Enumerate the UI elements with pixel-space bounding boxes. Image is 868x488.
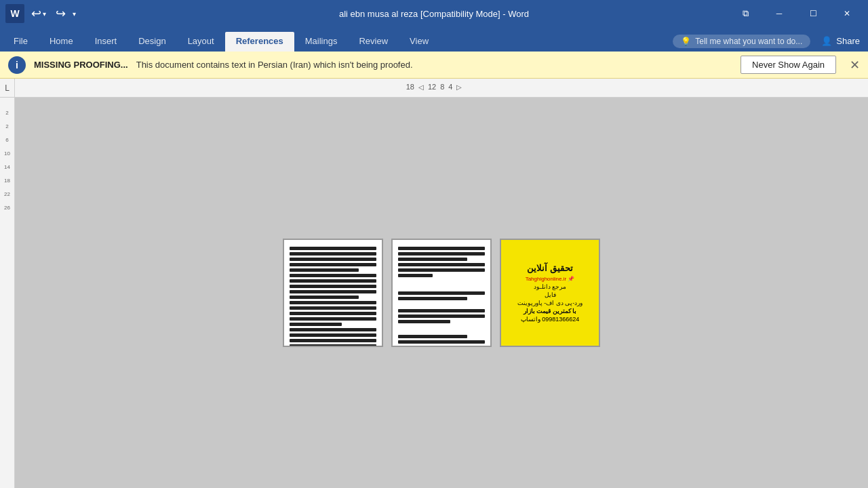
ad-line3: ورد-پی دی اف- پاورپوینت: [517, 300, 583, 306]
document-area: تحقیق آنلاین Tahghighonline.ir 📌 مرجع دا…: [15, 98, 868, 488]
ruler-mark-22: 22: [4, 187, 10, 201]
page-3[interactable]: تحقیق آنلاین Tahghighonline.ir 📌 مرجع دا…: [500, 239, 600, 347]
window-controls: ⧉ ─ ☐ ✕: [730, 4, 863, 23]
pages-row: تحقیق آنلاین Tahghighonline.ir 📌 مرجع دا…: [283, 239, 600, 347]
tab-home[interactable]: Home: [39, 32, 84, 52]
ruler-mark-26: 26: [4, 201, 10, 214]
ad-title: تحقیق آنلاین: [527, 263, 573, 273]
never-show-button[interactable]: Never Show Again: [741, 56, 836, 74]
ruler-mark-14: 14: [4, 160, 10, 174]
tab-layout[interactable]: Layout: [177, 32, 225, 52]
info-icon: i: [8, 56, 26, 74]
page-2-content: [393, 240, 490, 347]
title-bar: W ↩ ▾ ↪ ▾ ali ebn musa al reza [Compatib…: [0, 0, 868, 27]
ad-line1: مرجع دانلـود: [534, 283, 567, 290]
ribbon-tabs: File Home Insert Design Layout Reference…: [0, 27, 868, 52]
ruler-numbers: 18 ◁ 12 8 4 ▷: [406, 83, 462, 91]
tab-references[interactable]: References: [225, 32, 294, 52]
ruler-arrow-left: ◁: [418, 83, 424, 91]
ruler-mark-10: 10: [4, 146, 10, 160]
ruler-arrow-right: ▷: [456, 83, 462, 91]
notification-bar: i MISSING PROOFING... This document cont…: [0, 52, 868, 79]
ruler-num-18: 18: [406, 83, 414, 91]
search-placeholder: Tell me what you want to do...: [695, 37, 802, 46]
ruler-mark-2: 2: [5, 106, 8, 119]
ruler-num-12: 12: [428, 83, 436, 91]
tab-view[interactable]: View: [399, 32, 439, 52]
tab-selector-icon[interactable]: L: [5, 83, 9, 93]
notification-close-icon[interactable]: ✕: [850, 58, 860, 73]
undo-button[interactable]: ↩ ▾: [28, 5, 49, 22]
undo-dropdown-icon: ▾: [43, 10, 46, 18]
ruler-mark-18: 18: [4, 174, 10, 187]
tab-mailings[interactable]: Mailings: [294, 32, 349, 52]
ruler-num-4: 4: [448, 83, 452, 91]
ad-page-content: تحقیق آنلاین Tahghighonline.ir 📌 مرجع دا…: [501, 240, 599, 346]
ad-line4: با کمترین قیمت بازار: [524, 308, 577, 314]
ad-line2: فایل: [545, 291, 556, 298]
page-2[interactable]: [391, 239, 492, 347]
restore-button[interactable]: ☐: [797, 4, 829, 23]
ruler-corner: L: [0, 79, 15, 98]
ruler-num-8: 8: [440, 83, 444, 91]
vertical-ruler: 2 2 6 10 14 18 22 26: [0, 98, 15, 488]
tab-insert[interactable]: Insert: [84, 32, 128, 52]
person-icon: 👤: [821, 36, 832, 46]
notification-message: This document contains text in Persian (…: [136, 60, 732, 70]
minimize-button[interactable]: ─: [764, 4, 795, 23]
ribbon-search-area: 💡 Tell me what you want to do... 👤 Share: [673, 33, 865, 52]
page-1[interactable]: [283, 239, 383, 347]
page-1-content: [284, 240, 382, 347]
main-area: 2 2 6 10 14 18 22 26: [0, 98, 868, 488]
title-bar-left: W ↩ ▾ ↪ ▾: [5, 4, 76, 23]
quick-access-dropdown[interactable]: ▾: [73, 10, 76, 18]
share-label: Share: [836, 36, 860, 46]
close-button[interactable]: ✕: [831, 4, 863, 23]
search-box[interactable]: 💡 Tell me what you want to do...: [673, 35, 810, 48]
tab-review[interactable]: Review: [348, 32, 399, 52]
redo-button[interactable]: ↪: [53, 5, 68, 22]
word-icon: W: [5, 4, 24, 23]
horizontal-ruler: L 18 ◁ 12 8 4 ▷: [0, 79, 868, 98]
tab-file[interactable]: File: [3, 32, 39, 52]
tab-design[interactable]: Design: [127, 32, 176, 52]
ruler-mark-6: 6: [5, 133, 8, 146]
undo-icon: ↩: [31, 6, 41, 21]
ad-site: Tahghighonline.ir 📌: [526, 276, 575, 282]
title-bar-title: ali ebn musa al reza [Compatibility Mode…: [339, 9, 529, 19]
lightbulb-icon: 💡: [681, 37, 691, 46]
share-button[interactable]: 👤 Share: [816, 33, 865, 49]
restore-button2[interactable]: ⧉: [730, 4, 761, 23]
ad-phone: 09981366624 واتساپ: [521, 316, 580, 323]
ruler-mark-2b: 2: [5, 119, 8, 133]
notification-title: MISSING PROOFING...: [34, 60, 128, 70]
